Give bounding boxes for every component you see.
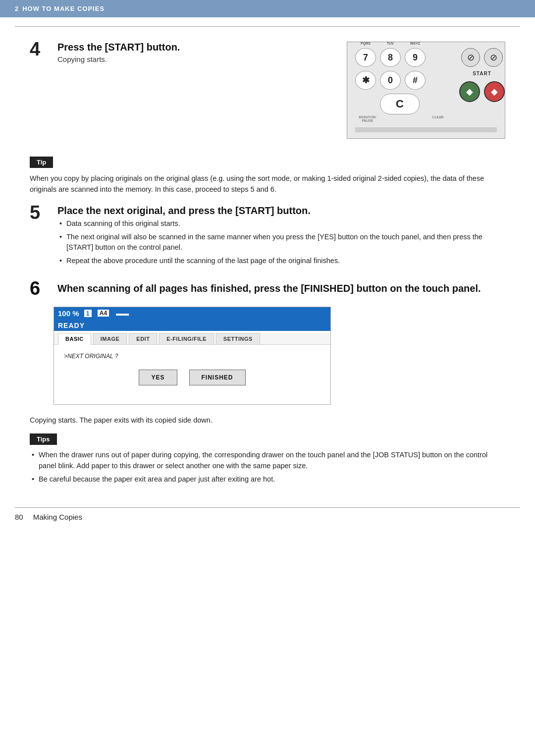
key-c: C [380,94,420,114]
tp-icon: ▬▬ [116,310,129,317]
tips-bullet-1: When the drawer runs out of paper during… [30,450,505,472]
copying-note: Copying starts. The paper exits with its… [30,415,505,426]
start-label: START [473,71,491,76]
step-4-section: 4 Press the [START] button. Copying star… [30,42,505,139]
key-8-label: TUV [387,42,394,45]
header-bar: 2 HOW TO MAKE COPIES [0,0,535,17]
tip-section: Tip When you copy by placing originals o… [30,153,505,195]
footer-page: 80 [15,513,23,521]
tab-basic[interactable]: BASIC [58,333,91,345]
tp-ready-text: READY [58,322,85,329]
tips-section: Tips When the drawer runs out of paper d… [30,430,505,485]
stop-btn-1: ⊘ [461,48,480,67]
step-4-number: 4 [30,40,54,58]
tip-text: When you copy by placing originals on th… [30,173,505,195]
step-6-number: 6 [30,279,54,298]
step-4-subtext: Copying starts. [57,55,327,63]
tp-copies: 1 [84,310,92,317]
touch-panel: 100 % 1 A4 ▬▬ READY BASIC IMAGE EDIT E-F… [54,307,331,405]
start-red-btn[interactable]: ◆ [484,81,505,102]
tip-label: Tip [30,157,53,168]
step-4-heading: Press the [START] button. [57,42,327,53]
key-8: TUV 8 [380,48,401,67]
footer-title: Making Copies [33,513,82,521]
step-5-heading: Place the next original, and press the [… [57,205,505,216]
tips-bullets: When the drawer runs out of paper during… [30,450,505,485]
tab-image[interactable]: IMAGE [93,333,127,345]
step-5-bullet-3: Repeat the above procedure until the sca… [57,256,505,267]
tp-body: >NEXT ORIGINAL ? YES FINISHED [54,345,330,404]
kb-bottom-row: C [355,94,449,114]
key-9-label: WXYZ [410,42,420,45]
chapter-number: 2 [15,5,18,12]
step-5-content: Place the next original, and press the [… [54,205,505,269]
tp-btn-row: YES FINISHED [64,370,321,385]
tp-tabs: BASIC IMAGE EDIT E-FILING/FILE SETTINGS [54,333,330,345]
tp-status-bar: 100 % 1 A4 ▬▬ [54,307,330,320]
footer: 80 Making Copies [0,508,535,526]
tp-yes-btn[interactable]: YES [139,370,177,385]
step-6-heading-text: When scanning of all pages has finished,… [57,283,481,294]
tips-bullet-2: Be careful because the paper exit area a… [30,474,505,485]
step-5-number: 5 [30,203,54,222]
tp-paper: A4 [98,310,109,317]
step-5-bullet-2: The next original will also be scanned i… [57,232,505,254]
key-star: ✱ [355,71,376,90]
kb-row-2: ✱ 0 # [355,71,449,90]
key-0: 0 [380,71,401,90]
main-content: 4 Press the [START] button. Copying star… [0,27,535,507]
tp-next-original: >NEXT ORIGINAL ? [64,353,321,360]
tips-label: Tips [30,433,57,445]
key-7: PQRS 7 [355,48,376,67]
monitor-label: MONITOR/PAUSE [356,115,379,122]
tab-settings[interactable]: SETTINGS [216,333,260,345]
step-5-bullet-1: Data scanning of this original starts. [57,218,505,229]
start-green-btn[interactable]: ◆ [459,81,480,102]
step-6-heading: 6 When scanning of all pages has finishe… [30,283,505,298]
stop-btn-2: ⊘ [484,48,503,67]
key-9: WXYZ 9 [405,48,426,67]
step-5-section: 5 Place the next original, and press the… [30,205,505,269]
key-hash: # [405,71,426,90]
tp-finished-btn[interactable]: FINISHED [189,370,246,385]
step-4-content: Press the [START] button. Copying starts… [54,42,327,66]
clear-label: CLEAR [427,115,449,122]
chapter-title: HOW TO MAKE COPIES [22,5,105,12]
keyboard-panel: PQRS 7 TUV 8 WXYZ 9 [347,42,505,139]
tab-edit[interactable]: EDIT [129,333,157,345]
key-7-label: PQRS [361,42,371,45]
tp-ready-bar: READY [54,320,330,331]
tp-pct: 100 % [58,309,79,318]
step-5-bullets: Data scanning of this original starts. T… [57,218,505,267]
kb-labels-row: MONITOR/PAUSE CLEAR [355,115,449,122]
step-6-section: 6 When scanning of all pages has finishe… [30,283,505,405]
tab-efiling[interactable]: E-FILING/FILE [159,333,214,345]
kb-row-1: PQRS 7 TUV 8 WXYZ 9 [355,48,449,67]
